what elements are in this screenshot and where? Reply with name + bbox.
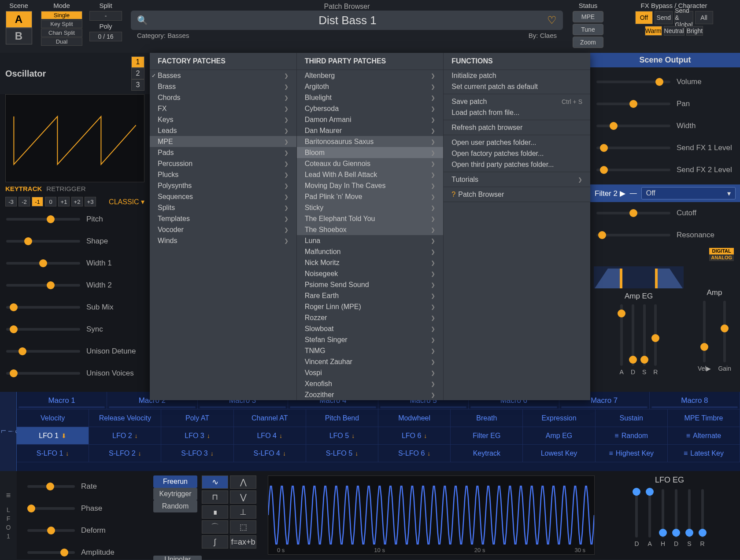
src-s-lfo-1[interactable]: S-LFO 1↓ xyxy=(17,445,89,462)
macro-8[interactable]: Macro 8 xyxy=(650,392,740,409)
src-amp-eg[interactable]: Amp EG xyxy=(523,427,595,444)
tp-rare-earth[interactable]: Rare Earth❯ xyxy=(297,290,444,301)
lfo-eg-r5[interactable]: R xyxy=(700,489,704,547)
src-s-lfo-4[interactable]: S-LFO 4↓ xyxy=(234,445,306,462)
osc-pitch-thumb[interactable] xyxy=(47,215,55,223)
lfo-mode-freerun[interactable]: Freerun xyxy=(153,475,197,488)
factory-splits[interactable]: Splits❯ xyxy=(150,202,296,213)
vel-slider[interactable]: Vel▶ xyxy=(698,301,711,372)
tp-psiome-send-sound[interactable]: Psiome Send Sound❯ xyxy=(297,279,444,290)
src-s-lfo-5[interactable]: S-LFO 5↓ xyxy=(306,445,378,462)
oscillator-waveform[interactable] xyxy=(5,94,144,182)
amp-eg-graph[interactable] xyxy=(594,266,684,288)
status-mpe[interactable]: MPE xyxy=(573,11,603,22)
fx-sendglobal[interactable]: Send & Global xyxy=(674,11,693,24)
scene-a-button[interactable]: A xyxy=(6,11,32,28)
src-lfo-5[interactable]: LFO 5↓ xyxy=(306,427,378,444)
src-lfo-4[interactable]: LFO 4↓ xyxy=(234,427,306,444)
lfo-phase-track[interactable] xyxy=(27,507,75,510)
factory-winds[interactable]: Winds❯ xyxy=(150,235,296,246)
gain-slider[interactable]: Gain xyxy=(718,301,731,372)
char-warm[interactable]: Warm xyxy=(645,26,662,36)
octave+2[interactable]: +2 xyxy=(71,197,83,206)
scene-pan-thumb[interactable] xyxy=(629,100,637,108)
factory-mpe[interactable]: MPE❯ xyxy=(150,136,296,147)
lfo-rate-thumb[interactable] xyxy=(46,483,54,490)
lfo-shape-8[interactable]: ∫ xyxy=(202,535,228,549)
src-lowest-key[interactable]: Lowest Key xyxy=(523,445,595,462)
tp-roger-linn--mpe-[interactable]: Roger Linn (MPE)❯ xyxy=(297,301,444,312)
osc-unison-detune-thumb[interactable] xyxy=(18,347,26,355)
src-velocity[interactable]: Velocity xyxy=(17,409,89,427)
mpe-lead-with-a-bell-attack[interactable]: Lead With A Bell Attack❯ xyxy=(297,169,444,180)
fx-off[interactable]: Off xyxy=(635,11,653,24)
src-alternate[interactable]: ≡Alternate xyxy=(668,427,740,444)
scene-volume-track[interactable] xyxy=(596,81,670,83)
src-latest-key[interactable]: ≡Latest Key xyxy=(668,445,740,462)
src-mpe-timbre[interactable]: MPE Timbre xyxy=(668,409,740,427)
lfo-shape-6[interactable]: ⌒ xyxy=(202,520,228,534)
keytrack-toggle[interactable]: KEYTRACK xyxy=(5,185,42,192)
lfo-phase-thumb[interactable] xyxy=(27,505,35,512)
patch-display[interactable]: 🔍 Dist Bass 1 ♡ xyxy=(131,11,563,30)
osc-width-2-thumb[interactable] xyxy=(47,281,55,289)
src-modwheel[interactable]: Modwheel xyxy=(378,409,451,427)
factory-leads[interactable]: Leads❯ xyxy=(150,125,296,136)
osc-shape-thumb[interactable] xyxy=(24,237,32,245)
factory-vocoder[interactable]: Vocoder❯ xyxy=(150,224,296,235)
scene-send-fx-2-level-thumb[interactable] xyxy=(600,166,608,174)
mpe-pad-plink--n--move[interactable]: Pad Plink 'n' Move❯ xyxy=(297,191,444,202)
lfo-mode-keytrigger[interactable]: Keytrigger xyxy=(153,488,197,500)
f2-cutoff-thumb[interactable] xyxy=(629,209,637,217)
lfo-scope[interactable]: 0 s10 s20 s30 s xyxy=(268,475,595,555)
osc-unison-voices-track[interactable] xyxy=(6,372,80,375)
osc-1[interactable]: 1 xyxy=(131,56,144,68)
lfo-eg-d3[interactable]: D xyxy=(674,489,678,547)
tp-malfunction[interactable]: Malfunction❯ xyxy=(297,246,444,257)
status-tune[interactable]: Tune xyxy=(573,24,603,35)
tp-cybersoda[interactable]: Cybersoda❯ xyxy=(297,103,444,114)
lfo-eg-h2[interactable]: H xyxy=(661,489,665,547)
search-icon[interactable]: 🔍 xyxy=(137,15,148,26)
f2-cutoff-track[interactable] xyxy=(596,212,670,214)
lfo-eg-d0[interactable]: D xyxy=(634,489,639,547)
mode-key-split[interactable]: Key Split xyxy=(41,20,82,28)
f2-resonance-thumb[interactable] xyxy=(598,231,606,239)
src-filter-eg[interactable]: Filter EG xyxy=(451,427,523,444)
scene-send-fx-1-level-thumb[interactable] xyxy=(600,144,608,152)
lfo-shape-5[interactable]: ⊥ xyxy=(230,505,256,519)
src-poly-at[interactable]: Poly AT xyxy=(161,409,233,427)
tp-stefan-singer[interactable]: Stefan Singer❯ xyxy=(297,334,444,345)
src-lfo-1[interactable]: LFO 1⬇ xyxy=(17,427,89,444)
mode-chan-split[interactable]: Chan Split xyxy=(41,29,82,37)
scene-pan-track[interactable] xyxy=(596,103,670,105)
osc-sub-mix-thumb[interactable] xyxy=(10,303,18,311)
tp-slowboat[interactable]: Slowboat❯ xyxy=(297,323,444,334)
fx-all[interactable]: All xyxy=(695,11,713,24)
tp-vospi[interactable]: Vospi❯ xyxy=(297,367,444,378)
src-breath[interactable]: Breath xyxy=(451,409,523,427)
status-zoom[interactable]: Zoom xyxy=(573,37,603,48)
adsr-d[interactable]: D xyxy=(631,304,635,376)
scene-b-button[interactable]: B xyxy=(6,28,32,44)
src-s-lfo-3[interactable]: S-LFO 3↓ xyxy=(161,445,233,462)
factory-basses[interactable]: ✓Basses❯ xyxy=(150,70,296,81)
src-random[interactable]: ≡Random xyxy=(596,427,668,444)
osc-3[interactable]: 3 xyxy=(131,79,144,91)
mod-list-tab[interactable]: List xyxy=(0,392,17,471)
factory-keys[interactable]: Keys❯ xyxy=(150,114,296,125)
octave-3[interactable]: -3 xyxy=(5,197,17,206)
mpe-sticky[interactable]: Sticky❯ xyxy=(297,202,444,213)
lfo-shape-9[interactable]: f=ax+b xyxy=(230,535,256,549)
char-bright[interactable]: Bright xyxy=(686,26,703,36)
src-pitch-bend[interactable]: Pitch Bend xyxy=(306,409,378,427)
lfo-eg-a1[interactable]: A xyxy=(648,489,652,547)
tp-rozzer[interactable]: Rozzer❯ xyxy=(297,312,444,323)
src-sustain[interactable]: Sustain xyxy=(596,409,668,427)
lfo-shape-7[interactable]: ⬚ xyxy=(230,520,256,534)
scene-width-track[interactable] xyxy=(596,125,670,127)
src-s-lfo-2[interactable]: S-LFO 2↓ xyxy=(89,445,161,462)
src-release-velocity[interactable]: Release Velocity xyxy=(89,409,161,427)
mpe-the-elephant-told-you[interactable]: The Elephant Told You❯ xyxy=(297,213,444,224)
src-expression[interactable]: Expression xyxy=(523,409,595,427)
